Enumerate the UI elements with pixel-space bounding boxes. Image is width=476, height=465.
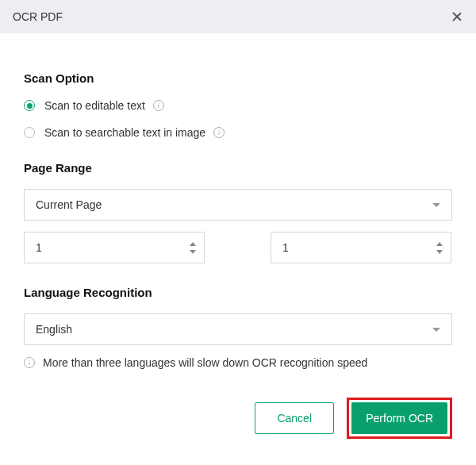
page-range-heading: Page Range [24,161,452,175]
highlight-box: Perform OCR [347,398,452,439]
stepper-value: 1 [282,241,289,254]
page-range-select[interactable]: Current Page [24,189,452,221]
arrow-down-icon[interactable] [190,250,196,254]
chevron-down-icon [432,203,440,207]
scan-option-searchable[interactable]: Scan to searchable text in image [24,126,452,139]
close-icon[interactable] [451,10,463,23]
select-value: Current Page [36,198,102,211]
page-to-stepper[interactable]: 1 [271,232,451,263]
info-icon[interactable] [213,127,225,138]
scan-option-editable[interactable]: Scan to editable text [24,99,452,112]
radio-icon [24,127,35,138]
cancel-button[interactable]: Cancel [255,402,334,434]
info-icon[interactable] [153,100,164,111]
button-label: Perform OCR [366,412,433,425]
button-label: Cancel [277,412,312,425]
dialog-title: OCR PDF [13,10,63,23]
stepper-value: 1 [36,241,42,254]
arrow-down-icon[interactable] [436,250,443,254]
arrow-up-icon[interactable] [190,242,196,246]
arrow-up-icon[interactable] [436,242,443,246]
perform-ocr-button[interactable]: Perform OCR [351,402,447,434]
hint-text: More than three languages will slow down… [43,356,367,369]
language-select[interactable]: English [24,313,452,345]
radio-label: Scan to searchable text in image [44,126,205,139]
info-icon [24,357,35,368]
language-hint: More than three languages will slow down… [24,356,452,369]
scan-option-heading: Scan Option [24,71,452,85]
radio-label: Scan to editable text [44,99,145,112]
dialog-content: Scan Option Scan to editable text Scan t… [0,33,476,455]
page-from-stepper[interactable]: 1 [24,232,205,263]
chevron-down-icon [432,328,440,332]
titlebar: OCR PDF [0,0,476,33]
select-value: English [36,323,72,336]
language-heading: Language Recognition [24,286,452,299]
radio-icon [24,100,35,111]
